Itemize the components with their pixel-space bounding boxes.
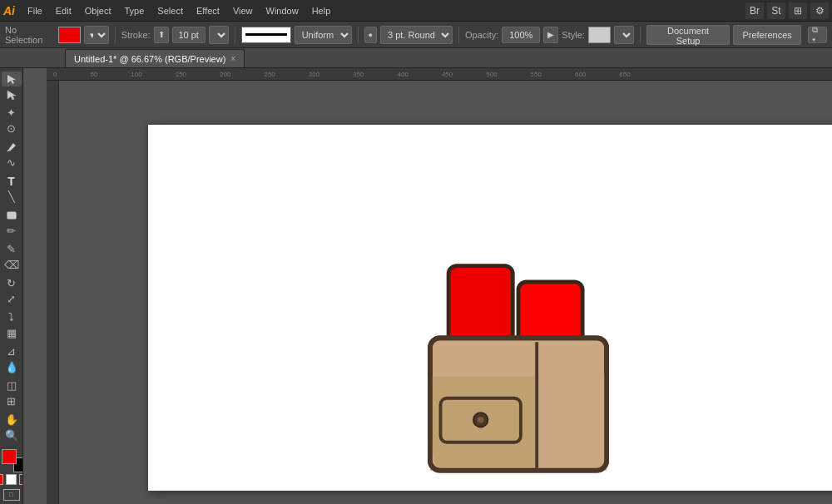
fill-color-box[interactable] xyxy=(58,27,81,43)
arrange-icon[interactable]: ⧉ ▾ xyxy=(808,27,827,43)
direct-select-tool-btn[interactable] xyxy=(2,87,22,102)
magic-wand-btn[interactable]: ✦ xyxy=(2,106,22,121)
screen-mode-btn[interactable]: □ xyxy=(3,489,20,501)
stroke-preview xyxy=(241,27,291,43)
divider2 xyxy=(235,27,235,43)
canvas-area[interactable]: 050100150200250300350400450500550600650 xyxy=(23,68,832,504)
svg-marker-0 xyxy=(7,75,16,84)
menu-select[interactable]: Select xyxy=(151,4,189,17)
grid-icon-btn[interactable]: ⊞ xyxy=(789,2,807,19)
stroke-value-input[interactable] xyxy=(172,27,206,43)
tab-close-btn[interactable]: × xyxy=(230,54,235,63)
eyedropper-btn[interactable]: 💧 xyxy=(2,359,22,374)
wallet-illustration xyxy=(414,258,622,484)
svg-rect-3 xyxy=(7,212,16,219)
lasso-btn[interactable]: ⊙ xyxy=(2,121,22,136)
style-preview[interactable] xyxy=(588,27,611,43)
opacity-label: Opacity: xyxy=(465,30,498,40)
artboard xyxy=(148,125,832,491)
tab-bar: Untitled-1* @ 66.67% (RGB/Preview) × xyxy=(0,48,832,68)
color-swatch-area: ⇄ xyxy=(0,449,23,472)
select-tool-btn[interactable] xyxy=(2,72,22,86)
settings-icon-btn[interactable]: ⚙ xyxy=(810,2,829,19)
divider1 xyxy=(115,27,116,43)
fill-type-select[interactable]: ▾ xyxy=(84,26,109,44)
ruler-marks: 050100150200250300350400450500550600650 xyxy=(47,68,832,80)
menu-file[interactable]: File xyxy=(22,4,48,17)
gradient-mode-btn[interactable] xyxy=(6,474,17,485)
stroke-uniform-select[interactable]: Uniform xyxy=(295,26,352,44)
slice-btn[interactable]: ⊿ xyxy=(2,344,22,359)
svg-line-2 xyxy=(7,151,8,151)
chart-btn[interactable]: ▦ xyxy=(2,326,22,341)
divider3 xyxy=(358,27,359,43)
stroke-up-down[interactable]: ⬆ xyxy=(154,27,169,43)
eraser-btn[interactable]: ⌫ xyxy=(2,258,22,273)
svg-marker-1 xyxy=(7,91,16,100)
horizontal-ruler: 050100150200250300350400450500550600650 xyxy=(47,68,832,81)
menu-window[interactable]: Window xyxy=(260,4,305,17)
wallet-svg xyxy=(414,258,622,482)
gradient-btn[interactable]: ◫ xyxy=(2,378,22,393)
svg-point-10 xyxy=(478,417,484,423)
menu-bar: Ai File Edit Object Type Select Effect V… xyxy=(0,0,832,22)
pen-btn[interactable] xyxy=(2,140,22,155)
divider5 xyxy=(640,27,641,43)
paintbrush-btn[interactable]: ✏ xyxy=(2,224,22,239)
preferences-button[interactable]: Preferences xyxy=(733,25,800,45)
divider4 xyxy=(458,27,459,43)
style-select[interactable]: ▾ xyxy=(614,26,634,44)
rotate-btn[interactable]: ↻ xyxy=(2,276,22,291)
menu-bar-right: Br St ⊞ ⚙ xyxy=(745,2,829,19)
app-logo: Ai xyxy=(3,4,15,17)
mesh-btn[interactable]: ⊞ xyxy=(2,393,22,408)
hand-btn[interactable]: ✋ xyxy=(2,413,22,427)
stock-icon-btn[interactable]: St xyxy=(767,2,785,19)
stroke-unit-select[interactable]: ▾ xyxy=(209,26,229,44)
selection-label: No Selection xyxy=(5,25,55,45)
menu-edit[interactable]: Edit xyxy=(50,4,77,17)
menu-type[interactable]: Type xyxy=(119,4,151,17)
pencil-btn[interactable]: ✎ xyxy=(2,242,22,257)
opacity-expand[interactable]: ▶ xyxy=(543,27,558,43)
menu-effect[interactable]: Effect xyxy=(191,4,225,17)
menu-view[interactable]: View xyxy=(227,4,259,17)
curvature-btn[interactable]: ∿ xyxy=(2,156,22,170)
menu-help[interactable]: Help xyxy=(306,4,337,17)
bottom-color-tools xyxy=(0,474,23,485)
color-mode-btn[interactable] xyxy=(0,474,3,485)
bridge-icon-btn[interactable]: Br xyxy=(745,2,764,19)
left-toolbar: ✦ ⊙ ∿ T ╲ ✏ ✎ ⌫ ↻ ⤢ ⤵ ▦ ⊿ 💧 ◫ ⊞ ✋ 🔍 xyxy=(0,68,23,504)
scale-btn[interactable]: ⤢ xyxy=(2,292,22,307)
opacity-input[interactable] xyxy=(502,27,540,43)
stroke-style-icon: ● xyxy=(364,27,377,43)
warp-btn[interactable]: ⤵ xyxy=(2,310,22,325)
vertical-ruler xyxy=(47,81,59,504)
main-layout: ✦ ⊙ ∿ T ╲ ✏ ✎ ⌫ ↻ ⤢ ⤵ ▦ ⊿ 💧 ◫ ⊞ ✋ 🔍 xyxy=(0,68,832,504)
draw-mode-area: □ xyxy=(3,489,20,501)
tab-title: Untitled-1* @ 66.67% (RGB/Preview) xyxy=(74,54,225,64)
line-btn[interactable]: ╲ xyxy=(2,190,22,205)
stroke-style-select[interactable]: 3 pt. Round xyxy=(380,26,453,44)
menu-object[interactable]: Object xyxy=(79,4,117,17)
foreground-color-swatch[interactable] xyxy=(2,449,17,464)
document-setup-button[interactable]: Document Setup xyxy=(646,25,730,45)
type-btn[interactable]: T xyxy=(2,174,22,189)
stroke-label: Stroke: xyxy=(121,30,151,40)
rect-btn[interactable] xyxy=(2,208,22,223)
stroke-line xyxy=(245,33,287,36)
toolbar: No Selection ▾ Stroke: ⬆ ▾ Uniform ● 3 p… xyxy=(0,22,832,48)
document-tab[interactable]: Untitled-1* @ 66.67% (RGB/Preview) × xyxy=(65,49,245,67)
zoom-btn[interactable]: 🔍 xyxy=(2,427,22,442)
style-label: Style: xyxy=(562,30,585,40)
